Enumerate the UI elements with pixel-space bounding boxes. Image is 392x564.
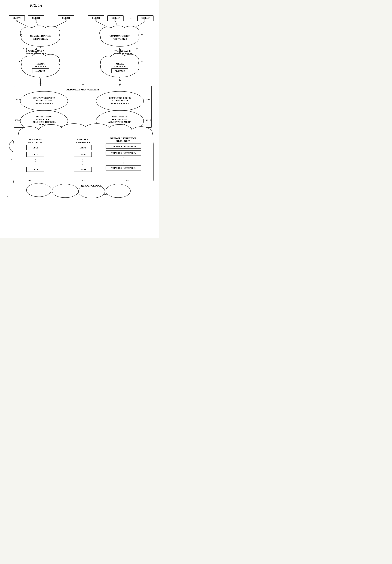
svg-text:11: 11: [82, 83, 84, 86]
diagram-svg: CLIENT A1 CLIENT A2 ○ ○ ○ CLIENT An CLIE…: [3, 10, 159, 234]
svg-text:105: 105: [125, 179, 129, 182]
svg-text:○: ○: [123, 156, 124, 159]
svg-point-147: [27, 183, 51, 196]
svg-text:RESOURCE MANAGEMENT: RESOURCE MANAGEMENT: [66, 88, 99, 91]
svg-text:○: ○: [82, 163, 84, 165]
svg-text:RESOURCES: RESOURCES: [76, 141, 90, 144]
page: FIG. 1A CLIENT A1 CLIENT A2 ○ ○ ○ CLIENT…: [0, 0, 159, 238]
svg-text:DISKₙ: DISKₙ: [80, 168, 86, 171]
svg-text:ALLOCATE TO MEDIA: ALLOCATE TO MEDIA: [33, 121, 56, 123]
svg-text:COMPUTING CACHE: COMPUTING CACHE: [33, 97, 55, 99]
svg-text:101A: 101A: [15, 98, 20, 101]
svg-text:NETWORK INTERFACE₂: NETWORK INTERFACE₂: [111, 152, 136, 154]
svg-text:MEDIA: MEDIA: [116, 62, 124, 65]
svg-text:B1: B1: [95, 19, 97, 21]
svg-text:DISK₁: DISK₁: [80, 146, 86, 149]
svg-text:MEMORY: MEMORY: [115, 70, 125, 72]
svg-text:MEDIA SERVER B: MEDIA SERVER B: [111, 102, 129, 105]
svg-text:A2: A2: [35, 19, 37, 21]
svg-text:16: 16: [141, 34, 143, 36]
svg-text:NETWORK B: NETWORK B: [113, 38, 127, 40]
svg-text:CLIENT: CLIENT: [13, 17, 21, 19]
svg-point-138: [38, 125, 64, 140]
svg-text:107: 107: [118, 76, 122, 79]
svg-text:○: ○: [82, 161, 84, 163]
svg-text:B2: B2: [114, 19, 116, 21]
svg-text:○: ○: [35, 158, 36, 160]
svg-text:CPUₙ: CPUₙ: [32, 168, 38, 171]
svg-text:RESOURCES: RESOURCES: [116, 140, 130, 142]
svg-text:13: 13: [141, 60, 143, 63]
svg-text:106: 106: [39, 76, 42, 79]
svg-text:SERVER B: SERVER B: [114, 65, 126, 68]
fig-title: FIG. 1A: [30, 3, 42, 7]
svg-point-148: [52, 184, 78, 197]
svg-text:MEMORY: MEMORY: [36, 70, 46, 72]
svg-text:COMMUNICATION: COMMUNICATION: [30, 35, 51, 37]
svg-line-190: [9, 196, 11, 198]
svg-text:RESOURCE POOL: RESOURCE POOL: [81, 184, 102, 187]
svg-text:NETWORK A: NETWORK A: [33, 38, 48, 40]
svg-text:DISK₂: DISK₂: [80, 153, 86, 156]
svg-text:○: ○: [123, 159, 124, 161]
svg-text:○: ○: [35, 161, 36, 163]
svg-text:103: 103: [27, 179, 31, 182]
svg-text:17: 17: [22, 48, 24, 50]
svg-text:WORKLOAD B: WORKLOAD B: [114, 50, 131, 52]
svg-text:PROCESSING: PROCESSING: [28, 138, 43, 141]
svg-text:CPU₁: CPU₁: [32, 146, 38, 149]
svg-text:MEDIA: MEDIA: [37, 62, 45, 65]
svg-text:○: ○: [82, 158, 84, 160]
svg-text:SERVER A: SERVER A: [35, 65, 46, 68]
svg-text:CPU₂: CPU₂: [32, 153, 38, 156]
svg-text:101B: 101B: [146, 98, 151, 101]
svg-point-140: [83, 125, 111, 139]
svg-text:104: 104: [81, 179, 84, 182]
svg-text:HIT RATIO FOR: HIT RATIO FOR: [112, 99, 128, 102]
svg-text:○: ○: [123, 162, 124, 164]
svg-text:12: 12: [19, 60, 21, 63]
svg-text:STORAGE: STORAGE: [77, 138, 88, 141]
svg-text:MEDIA SERVER A: MEDIA SERVER A: [35, 102, 53, 105]
svg-text:NETWORK INTERFACE: NETWORK INTERFACE: [110, 137, 136, 140]
svg-text:102A: 102A: [15, 119, 20, 122]
svg-text:14: 14: [10, 158, 12, 161]
svg-text:COMMUNICATION: COMMUNICATION: [110, 35, 131, 37]
svg-point-150: [106, 184, 130, 197]
svg-text:○ ○ ○: ○ ○ ○: [46, 17, 51, 20]
svg-text:102B: 102B: [146, 119, 151, 122]
svg-text:An: An: [65, 19, 67, 21]
svg-text:RESOURCES TO: RESOURCES TO: [36, 118, 52, 121]
svg-text:○ ○ ○: ○ ○ ○: [126, 17, 131, 20]
svg-text:DETERMINING: DETERMINING: [36, 115, 52, 118]
svg-text:RESOURCES: RESOURCES: [28, 141, 42, 144]
svg-text:NETWORK INTERFACEₙ: NETWORK INTERFACEₙ: [111, 167, 136, 169]
svg-text:COMPUTING CACHE: COMPUTING CACHE: [109, 97, 131, 99]
svg-text:NETWORK INTERFACE₁: NETWORK INTERFACE₁: [111, 145, 136, 148]
svg-text:Bn: Bn: [144, 19, 146, 21]
svg-text:18: 18: [136, 48, 138, 50]
svg-text:15: 15: [20, 34, 23, 36]
svg-text:HIT RATIO FOR: HIT RATIO FOR: [36, 99, 52, 102]
svg-text:DETERMINING: DETERMINING: [112, 115, 128, 118]
svg-text:○: ○: [35, 163, 36, 165]
svg-text:ALLOCATE TO MEDIA: ALLOCATE TO MEDIA: [108, 121, 131, 123]
svg-text:RESOURCES TO: RESOURCES TO: [112, 118, 128, 121]
